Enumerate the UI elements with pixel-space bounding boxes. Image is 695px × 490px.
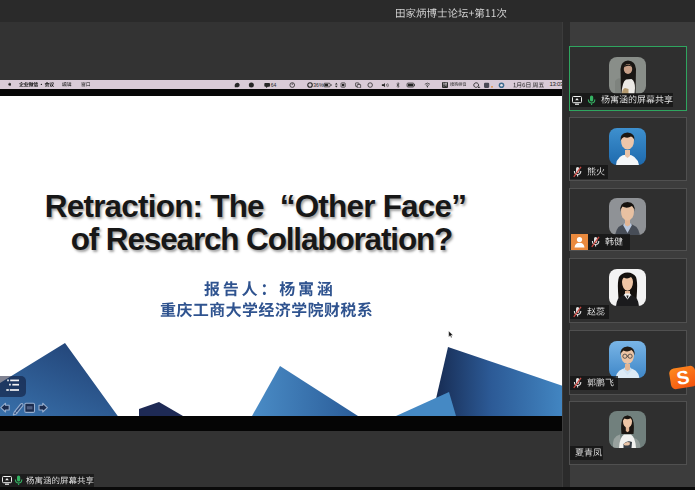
svg-text:36%: 36%	[313, 82, 324, 88]
svg-text:64: 64	[271, 82, 277, 88]
